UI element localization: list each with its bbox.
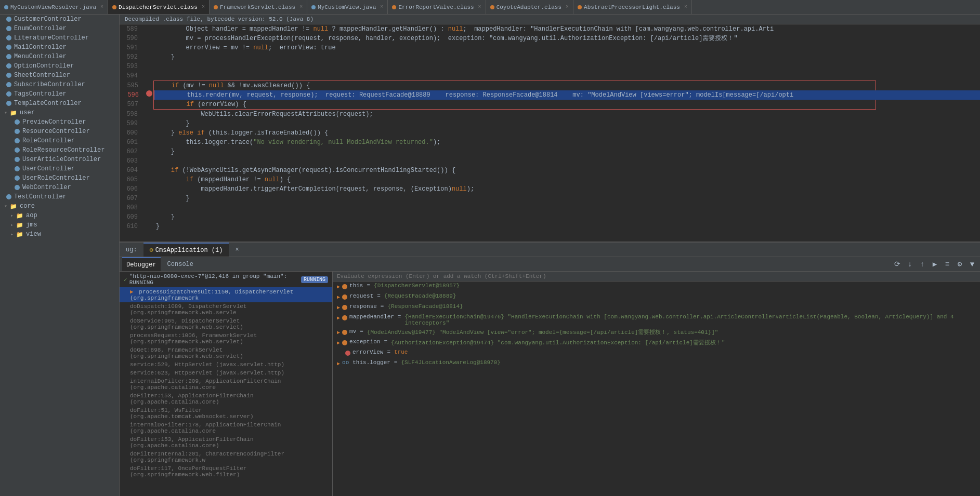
stack-frame-0[interactable]: ▶ processDispatchResult:1150, Dispatcher…: [120, 287, 332, 302]
sidebar-item-jms-folder[interactable]: ▸ 📁 jms: [0, 220, 119, 230]
content-area: Decompiled .class file, bytecode version…: [120, 15, 980, 496]
var-dot: [342, 315, 347, 320]
step-out-btn[interactable]: ↑: [917, 259, 927, 270]
var-exception[interactable]: ▶ exception = {AuthorizationException@19…: [333, 338, 980, 348]
code-line: 603: [120, 156, 980, 166]
tab-frameworkservlet[interactable]: FrameworkServlet.class ×: [210, 0, 307, 14]
sidebar-item-resourcecontroller[interactable]: ResourceController: [0, 127, 119, 136]
tab-dot: [490, 5, 494, 9]
stack-frame-8[interactable]: doFilter:153, ApplicationFilterChain (or…: [120, 392, 332, 406]
stack-frame-4[interactable]: doGet:898, FrameworkServlet (org.springf…: [120, 346, 332, 360]
eval-bar[interactable]: Evaluate expression (Enter) or add a wat…: [333, 272, 980, 281]
var-dot: [342, 294, 347, 300]
stack-frame-5[interactable]: service:529, HttpServlet (javax.servlet.…: [120, 360, 332, 369]
code-line: 593: [120, 62, 980, 71]
sidebar-item-previewcontroller[interactable]: PreviewController: [0, 117, 119, 127]
decompiled-notice: Decompiled .class file, bytecode version…: [120, 15, 980, 24]
folder-icon: 📁: [16, 212, 23, 219]
stack-frame-1[interactable]: doDispatch:1089, DispatcherServlet (org.…: [120, 302, 332, 317]
sidebar-item-roleresourcecontroller[interactable]: RoleResourceController: [0, 145, 119, 155]
var-dot: [342, 284, 347, 289]
step-into-btn[interactable]: ↓: [905, 259, 915, 270]
sidebar-item-optioncontroller[interactable]: OptionController: [0, 61, 119, 71]
stack-frame-12[interactable]: doFilterInternal:201, CharacterEncodingF…: [120, 450, 332, 464]
sidebar-item-tagscontroller[interactable]: TagsController: [0, 89, 119, 99]
code-line: 607 }: [120, 194, 980, 203]
stack-frame-3[interactable]: processRequest:1006, FrameworkServlet (o…: [120, 331, 332, 346]
tab-close-debug[interactable]: ×: [229, 243, 245, 257]
var-mappedhandler[interactable]: ▶ mappedHandler = {HandlerExecutionChain…: [333, 313, 980, 327]
settings-btn[interactable]: ⚙: [955, 259, 965, 270]
tab-errorreportvalve[interactable]: ErrorReportValve.class ×: [388, 0, 486, 14]
sidebar-item-subscribecontroller[interactable]: SubscribeController: [0, 80, 119, 89]
sidebar-item-testcontroller[interactable]: TestController: [0, 192, 119, 202]
tab-mycustomview[interactable]: MyCustomView.java ×: [307, 0, 388, 14]
sidebar-item-sheetcontroller[interactable]: SheetController: [0, 71, 119, 80]
sidebar-item-literaturecontroller[interactable]: LiteratureController: [0, 33, 119, 43]
stack-frame-13[interactable]: doFilter:117, OncePerRequestFilter (org.…: [120, 464, 332, 479]
app-icon: ⚙: [150, 246, 153, 254]
var-this-logger[interactable]: ▶ oo this.logger = {SLF4JLocationAwareLo…: [333, 358, 980, 369]
tab-close-icon[interactable]: ×: [684, 4, 687, 10]
class-icon: [15, 185, 20, 190]
code-line: 592 }: [120, 52, 980, 62]
tab-mycustomviewresolver[interactable]: MyCustomViewResolver.java ×: [0, 0, 108, 14]
stack-frame-2[interactable]: doService:965, DispatcherServlet (org.sp…: [120, 317, 332, 331]
tab-dispatcherservlet[interactable]: DispatcherServlet.class ×: [108, 0, 210, 14]
var-request[interactable]: ▶ request = {RequestFacade@18889}: [333, 292, 980, 302]
class-icon: [15, 138, 20, 143]
tab-close-icon[interactable]: ×: [100, 4, 103, 10]
folder-icon: 📁: [10, 203, 17, 210]
code-line: 590 mv = processHandlerException(request…: [120, 34, 980, 43]
sidebar-item-rolecontroller[interactable]: RoleController: [0, 136, 119, 145]
evaluate-btn[interactable]: ≡: [942, 259, 952, 270]
code-editor[interactable]: 589 Object handler = mappedHandler != nu…: [120, 24, 980, 242]
var-dot: [342, 340, 347, 345]
sidebar-item-core-folder[interactable]: ▾ 📁 core: [0, 202, 119, 211]
tab-cmsapplication[interactable]: ⚙ CmsApplication (1): [143, 243, 229, 257]
sidebar-item-menucontroller[interactable]: MenuController: [0, 52, 119, 61]
code-line: 591 errorView = mv != null; errorView: t…: [120, 43, 980, 52]
var-this[interactable]: ▶ this = {DispatcherServlet@18957}: [333, 281, 980, 292]
sidebar-item-user-folder[interactable]: ▾ 📁 user: [0, 108, 119, 117]
sidebar-item-mailcontroller[interactable]: MailController: [0, 43, 119, 52]
sidebar-item-usercontroller[interactable]: UserController: [0, 164, 119, 173]
chevron-down-icon: ▾: [4, 110, 7, 116]
sidebar-item-view-folder[interactable]: ▸ 📁 view: [0, 230, 119, 239]
tab-close-icon[interactable]: ×: [566, 4, 569, 10]
expand-icon: ▶: [337, 294, 340, 300]
tab-close-icon[interactable]: ×: [202, 4, 205, 10]
stack-frame-11[interactable]: doFilter:153, ApplicationFilterChain (or…: [120, 435, 332, 450]
sidebar-item-customercontroller[interactable]: CustomerController: [0, 15, 119, 24]
tab-close-icon[interactable]: ×: [380, 4, 383, 10]
code-line: 606 mappedHandler.triggerAfterCompletion…: [120, 184, 980, 194]
stack-frame-10[interactable]: internalDoFilter:178, ApplicationFilterC…: [120, 421, 332, 435]
debugger-tab[interactable]: Debugger: [122, 257, 161, 271]
tab-close-icon[interactable]: ×: [299, 4, 303, 10]
class-icon: [15, 119, 20, 125]
class-icon: [6, 17, 11, 22]
sidebar-item-aop-folder[interactable]: ▸ 📁 aop: [0, 211, 119, 220]
stack-frame-6[interactable]: service:623, HttpServlet (javax.servlet.…: [120, 369, 332, 377]
filter-btn[interactable]: ▼: [967, 259, 977, 270]
tab-abstractprocessorlight[interactable]: AbstractProcessorLight.class ×: [573, 0, 692, 14]
var-errorview[interactable]: errorView = true: [333, 348, 980, 358]
code-line: 601 this.logger.trace("No view rendering…: [120, 138, 980, 147]
run-to-cursor-btn[interactable]: ▶: [930, 259, 940, 270]
step-over-btn[interactable]: ⟳: [892, 259, 903, 270]
stack-frame-9[interactable]: doFilter:51, WsFilter (org.apache.tomcat…: [120, 406, 332, 421]
console-tab[interactable]: Console: [163, 257, 198, 271]
expand-icon: ▶: [337, 329, 340, 336]
sidebar-item-userarticlecontroller[interactable]: UserArticleController: [0, 155, 119, 164]
sidebar-item-enumcontroller[interactable]: EnumController: [0, 24, 119, 33]
code-line: 602 }: [120, 147, 980, 156]
var-mv[interactable]: ▶ mv = {ModelAndView@19477} "ModelAndVie…: [333, 327, 980, 338]
stack-frame-7[interactable]: internalDoFilter:209, ApplicationFilterC…: [120, 377, 332, 392]
sidebar-item-templatecontroller[interactable]: TemplateController: [0, 99, 119, 108]
var-response[interactable]: ▶ response = {ResponseFacade@18814}: [333, 302, 980, 313]
tab-coyoteadapter[interactable]: CoyoteAdapter.class ×: [486, 0, 573, 14]
sidebar-item-userrolecontroller[interactable]: UserRoleController: [0, 173, 119, 183]
thread-item-running[interactable]: ✓ "http-nio-8080-exec-7"@12,416 in group…: [120, 272, 332, 287]
tab-close-icon[interactable]: ×: [478, 4, 481, 10]
sidebar-item-webcontroller[interactable]: WebController: [0, 183, 119, 192]
